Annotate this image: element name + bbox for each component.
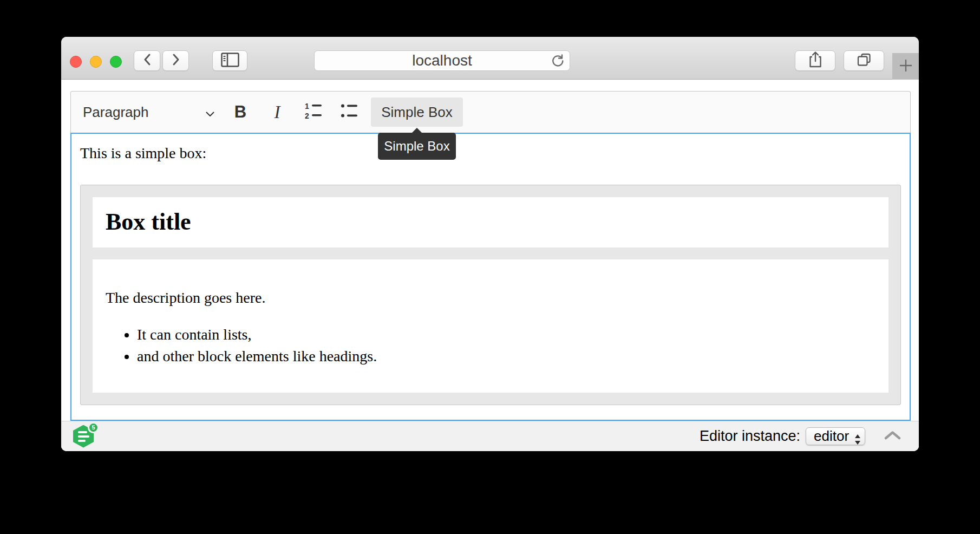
selected-instance: editor	[814, 428, 849, 445]
editor-instance-select[interactable]: editor	[806, 427, 865, 445]
svg-text:2: 2	[305, 112, 309, 120]
close-window-button[interactable]	[70, 56, 82, 68]
italic-icon: I	[275, 102, 280, 122]
svg-text:1: 1	[305, 102, 309, 110]
select-spinner-icon	[854, 432, 861, 448]
logo-line	[78, 435, 89, 438]
numbered-list-icon: 1 2	[304, 102, 323, 122]
tab-overview-button[interactable]	[844, 50, 884, 71]
editor-instance-label: Editor instance:	[700, 428, 800, 445]
browser-window: localhost	[61, 37, 919, 451]
chevron-down-icon	[205, 104, 215, 121]
simple-box-button[interactable]: Simple Box	[371, 97, 463, 127]
bulleted-list-button[interactable]	[335, 97, 363, 127]
share-button[interactable]	[795, 50, 835, 71]
browser-chrome: localhost	[61, 37, 919, 80]
inspector-controls: Editor instance: editor	[700, 427, 901, 445]
sidebar-toggle-button[interactable]	[212, 50, 247, 71]
tabs-icon	[856, 52, 872, 70]
list-item[interactable]: and other block elements like headings.	[137, 346, 876, 367]
page-content: Paragraph B I 1 2	[61, 80, 919, 451]
plus-icon	[899, 58, 913, 75]
inspector-bar: 5 Editor instance: editor	[61, 421, 919, 451]
intro-paragraph[interactable]: This is a simple box:	[80, 145, 901, 162]
numbered-list-button[interactable]: 1 2	[299, 97, 328, 127]
ckeditor-logo[interactable]: 5	[73, 425, 98, 448]
forward-button[interactable]	[162, 50, 189, 71]
expand-inspector-button[interactable]	[884, 430, 901, 442]
new-tab-button[interactable]	[892, 53, 919, 80]
list-item[interactable]: It can contain lists,	[137, 324, 876, 345]
editor-toolbar: Paragraph B I 1 2	[70, 91, 911, 133]
sidebar-icon	[221, 53, 239, 69]
address-bar[interactable]: localhost	[314, 50, 570, 71]
heading-dropdown-label: Paragraph	[83, 104, 148, 121]
zoom-window-button[interactable]	[110, 56, 122, 68]
back-button[interactable]	[134, 50, 160, 71]
version-badge: 5	[88, 422, 99, 433]
window-controls	[70, 56, 130, 68]
bold-button[interactable]: B	[228, 97, 253, 127]
forward-icon	[172, 53, 180, 68]
share-icon	[807, 50, 824, 71]
simple-box-widget[interactable]: Box title The description goes here. It …	[80, 185, 901, 405]
tooltip-text: Simple Box	[384, 139, 449, 154]
reload-button[interactable]	[551, 54, 565, 68]
bulleted-list-icon	[339, 102, 359, 122]
logo-line	[78, 440, 86, 442]
url-text: localhost	[412, 52, 472, 69]
heading-dropdown[interactable]: Paragraph	[76, 97, 218, 127]
chevron-up-icon	[884, 430, 901, 442]
simple-box-description[interactable]: The description goes here. It can contai…	[93, 259, 888, 393]
logo-line	[78, 431, 87, 433]
simple-box-title[interactable]: Box title	[93, 197, 888, 248]
simple-box-tooltip: Simple Box	[378, 133, 456, 160]
description-paragraph[interactable]: The description goes here.	[106, 288, 876, 308]
italic-button[interactable]: I	[265, 97, 290, 127]
back-icon	[143, 53, 152, 68]
simple-box-button-label: Simple Box	[381, 104, 453, 121]
editor-editable-area[interactable]: This is a simple box: Box title The desc…	[70, 133, 911, 421]
description-list: It can contain lists, and other block el…	[106, 324, 876, 367]
minimize-window-button[interactable]	[90, 56, 102, 68]
bold-icon: B	[234, 102, 246, 122]
